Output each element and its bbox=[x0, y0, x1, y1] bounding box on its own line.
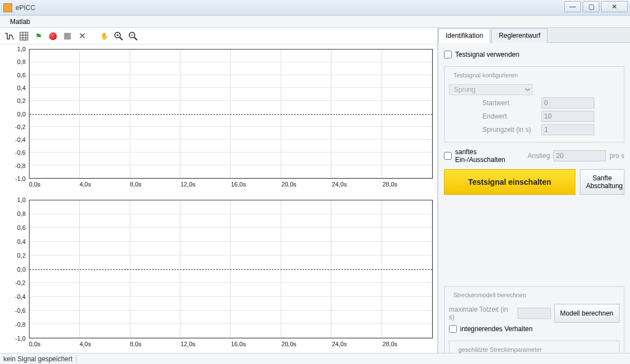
anstieg-unit: pro s bbox=[609, 152, 624, 160]
use-testsignal-checkbox[interactable] bbox=[444, 51, 452, 58]
signal-type-select[interactable]: Sprung bbox=[449, 84, 533, 95]
model-group: Streckenmodell berechnen maximale Totzei… bbox=[444, 286, 624, 364]
y-tick: 0,6 bbox=[17, 224, 26, 231]
soft-switch-label: sanftes Ein-/Ausschalten bbox=[455, 148, 524, 164]
max-totzeit-label: maximale Totzeit (in s) bbox=[449, 306, 514, 321]
soft-off-button[interactable]: Sanfte Abschaltung bbox=[580, 169, 624, 195]
maximize-button[interactable]: ▢ bbox=[583, 1, 599, 12]
chart-1[interactable]: 1,00,80,60,40,20,0-0,2-0,4-0,6-0,8-1,0 bbox=[4, 200, 433, 338]
window-title: ePICC bbox=[16, 4, 35, 12]
menubar: Matlab bbox=[0, 16, 630, 28]
soft-switch-checkbox[interactable] bbox=[444, 152, 452, 160]
x-tick: 12,0s bbox=[180, 181, 231, 191]
hand-icon[interactable]: ✋ bbox=[98, 30, 110, 42]
x-tick: 24,0s bbox=[332, 341, 383, 351]
x-tick: 4,0s bbox=[80, 341, 130, 351]
integrating-checkbox[interactable] bbox=[449, 325, 457, 333]
x-tick: 20,0s bbox=[281, 181, 332, 191]
y-tick: -0,2 bbox=[15, 124, 26, 130]
y-tick: 0,0 bbox=[17, 111, 26, 117]
endwert-input[interactable] bbox=[541, 111, 594, 122]
y-tick: 0,4 bbox=[17, 85, 26, 91]
x-tick: 12,0s bbox=[180, 341, 231, 351]
testsignal-config-group: Testsignal konfigurieren Sprung Startwer… bbox=[444, 66, 624, 142]
x-tick: 8,0s bbox=[130, 181, 180, 191]
y-tick: -0,8 bbox=[15, 163, 26, 169]
y-tick: -0,6 bbox=[15, 149, 26, 156]
y-tick: 0,0 bbox=[17, 266, 26, 273]
record-button[interactable] bbox=[47, 30, 59, 42]
zoom-in-icon[interactable] bbox=[113, 30, 125, 42]
y-tick: 0,2 bbox=[17, 252, 26, 259]
statusbar: kein Signal gespeichert bbox=[0, 353, 630, 364]
svg-rect-0 bbox=[20, 32, 28, 40]
x-tick: 4,0s bbox=[80, 181, 130, 191]
y-tick: -0,6 bbox=[15, 307, 26, 314]
stop-button[interactable] bbox=[61, 30, 74, 42]
sprungzeit-label: Sprungzeit (in s) bbox=[482, 126, 538, 134]
params-legend: geschätzte Streckenparameter bbox=[456, 346, 544, 353]
flag-icon[interactable]: ⚑ bbox=[32, 30, 45, 42]
status-text: kein Signal gespeichert bbox=[3, 355, 72, 363]
y-tick: -1,0 bbox=[15, 175, 26, 182]
svg-line-10 bbox=[134, 37, 137, 40]
anstieg-label: Anstieg bbox=[528, 152, 550, 160]
x-tick: 16,0s bbox=[231, 181, 282, 191]
y-tick: 0,8 bbox=[17, 58, 26, 65]
close-button[interactable]: ✕ bbox=[601, 1, 628, 12]
y-tick: -0,8 bbox=[15, 321, 26, 328]
endwert-label: Endwert bbox=[482, 112, 538, 120]
x-tick: 8,0s bbox=[130, 341, 180, 351]
y-tick: -0,4 bbox=[15, 136, 26, 143]
x-tick: 16,0s bbox=[231, 341, 282, 351]
testsignal-on-button[interactable]: Testsignal einschalten bbox=[444, 169, 575, 195]
model-legend: Streckenmodell berechnen bbox=[451, 292, 529, 298]
x-tick: 28,0s bbox=[382, 341, 433, 351]
y-tick: 0,4 bbox=[17, 238, 26, 245]
y-tick: -0,2 bbox=[15, 279, 26, 286]
x-tick: 24,0s bbox=[332, 181, 383, 191]
max-totzeit-input[interactable] bbox=[517, 308, 551, 319]
x-tick: 0,0s bbox=[29, 341, 80, 351]
tab-identifikation[interactable]: Identifikation bbox=[438, 28, 490, 43]
sprungzeit-input[interactable] bbox=[541, 124, 594, 135]
svg-line-6 bbox=[120, 37, 123, 40]
y-tick: -1,0 bbox=[15, 335, 26, 342]
testsignal-config-legend: Testsignal konfigurieren bbox=[451, 72, 520, 78]
menu-matlab[interactable]: Matlab bbox=[6, 17, 35, 27]
model-compute-button[interactable]: Modell berechnen bbox=[554, 304, 619, 323]
startwert-input[interactable] bbox=[541, 97, 594, 109]
x-tick: 0,0s bbox=[29, 181, 80, 191]
minimize-button[interactable]: — bbox=[564, 1, 581, 12]
y-tick: -0,4 bbox=[15, 293, 26, 300]
y-tick: 0,2 bbox=[17, 97, 26, 104]
toolbar: ⚑ ✕ ✋ bbox=[0, 28, 437, 45]
zoom-out-icon[interactable] bbox=[127, 30, 139, 42]
titlebar: ePICC — ▢ ✕ bbox=[0, 0, 630, 16]
signal-icon[interactable] bbox=[3, 30, 16, 42]
tabs: Identifikation Reglerentwurf bbox=[438, 28, 630, 43]
y-tick: 1,0 bbox=[17, 46, 26, 52]
x-tick: 20,0s bbox=[281, 341, 332, 351]
clear-button[interactable]: ✕ bbox=[76, 30, 88, 42]
y-tick: 0,6 bbox=[17, 72, 26, 78]
tab-reglerentwurf[interactable]: Reglerentwurf bbox=[491, 28, 548, 43]
y-tick: 0,8 bbox=[17, 210, 26, 217]
startwert-label: Startwert bbox=[482, 99, 538, 107]
grid-icon[interactable] bbox=[18, 30, 30, 42]
use-testsignal-label: Testsignal verwenden bbox=[455, 51, 519, 58]
x-tick: 28,0s bbox=[382, 181, 433, 191]
integrating-label: integrierendes Verhalten bbox=[460, 325, 533, 333]
anstieg-input[interactable] bbox=[553, 150, 606, 161]
app-icon bbox=[3, 3, 12, 12]
y-tick: 1,0 bbox=[17, 196, 26, 203]
charts: 1,00,80,60,40,20,0-0,2-0,4-0,6-0,8-1,00,… bbox=[0, 45, 437, 353]
chart-0[interactable]: 1,00,80,60,40,20,0-0,2-0,4-0,6-0,8-1,0 bbox=[4, 49, 433, 179]
